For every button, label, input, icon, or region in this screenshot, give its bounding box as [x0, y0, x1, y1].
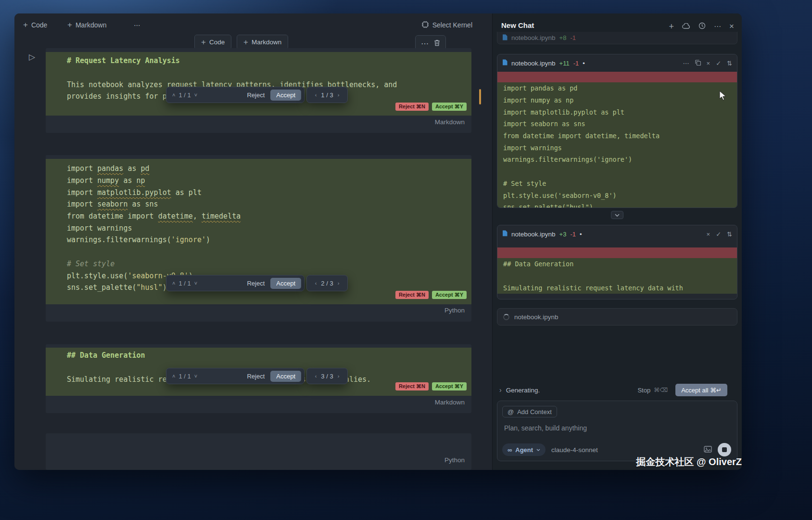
code-line: from datetime import datetime, timedelta [46, 210, 471, 222]
insert-code-label: Code [209, 39, 225, 46]
cell-source: import pandas as pdimport numpy as npimp… [46, 159, 471, 294]
accept-button[interactable]: Accept [270, 371, 301, 382]
nav-prev-icon[interactable]: ‹ [315, 92, 317, 98]
reject-shortcut-badge[interactable]: Reject ⌘N [395, 291, 429, 299]
close-icon[interactable]: × [707, 60, 710, 67]
notebook-cell-code[interactable]: import pandas as pdimport numpy as npimp… [46, 155, 471, 322]
diff-toolbar-main: ˄1 / 1˅RejectAccept [166, 368, 304, 384]
check-icon[interactable]: ✓ [716, 60, 721, 67]
diff-scroll-marker[interactable] [479, 89, 481, 104]
code-line [46, 67, 471, 79]
agent-mode-label: Agent [515, 446, 533, 454]
chat-header-icons: + ⋯ × [669, 22, 734, 31]
cell-more-button[interactable]: ⋯ [421, 39, 429, 48]
diff-rows: import pandas as pdimport numpy as npimp… [497, 72, 737, 208]
code-line: import matplotlib.pyplot as plt [46, 186, 471, 198]
model-selector[interactable]: claude-4-sonnet [551, 446, 598, 454]
diff-added-line: import warnings [497, 142, 737, 154]
stop-button[interactable]: Stop ⌘⌫ [637, 387, 668, 394]
nav-prev-icon[interactable]: ‹ [315, 373, 317, 379]
diff-nav-value: 2 / 3 [321, 280, 333, 287]
nav-next-icon[interactable]: › [338, 280, 340, 286]
copy-icon[interactable] [695, 60, 701, 67]
chevron-down-icon[interactable]: ˅ [194, 92, 197, 98]
accept-all-button[interactable]: Accept all ⌘↵ [675, 384, 727, 396]
code-line: import warnings [46, 222, 471, 234]
card-header-icons: ×✓⇅ [707, 231, 732, 238]
file-diff-card-header: notebook.ipynb+3-1•×✓⇅ [497, 225, 737, 243]
run-cell-button[interactable]: ▷ [29, 52, 35, 62]
notebook-toolbar: + Code + Markdown ⋯ Select Kernel [14, 18, 492, 32]
chevron-down-icon[interactable]: ˅ [194, 373, 197, 379]
nav-next-icon[interactable]: › [338, 373, 340, 379]
chevron-down-icon[interactable]: ˅ [194, 280, 197, 286]
agent-mode-selector[interactable]: ∞ Agent [502, 443, 546, 456]
accept-shortcut-badge[interactable]: Accept ⌘Y [432, 382, 467, 390]
diff-added-line: # Set style [497, 178, 737, 190]
nav-prev-icon[interactable]: ‹ [315, 280, 317, 286]
stop-generation-button[interactable] [718, 443, 731, 456]
watermark: 掘金技术社区 @ OliverZ [636, 455, 742, 468]
expand-diff-button[interactable] [611, 211, 623, 219]
history-icon[interactable] [698, 22, 706, 31]
accept-shortcut-badge[interactable]: Accept ⌘Y [432, 103, 467, 111]
insert-markdown-button[interactable]: + Markdown [237, 35, 288, 50]
code-line: ## Data Generation [46, 350, 471, 362]
desktop: + Code + Markdown ⋯ Select Kernel [0, 0, 812, 520]
removed-count: -1 [573, 60, 579, 67]
file-loading-card[interactable]: notebook.ipynb [497, 308, 737, 325]
select-kernel-button[interactable]: Select Kernel [421, 18, 472, 32]
added-count: +8 [559, 34, 567, 41]
new-chat-icon[interactable]: + [669, 23, 674, 30]
file-diff-card-header: notebook.ipynb+11-1•⋯×✓⇅ [497, 54, 737, 72]
chevron-right-icon[interactable]: › [499, 386, 502, 394]
chat-composer[interactable]: @ Add Context Plan, search, build anythi… [497, 401, 737, 461]
stop-label: Stop [637, 387, 650, 394]
diff-added-line: plt.style.use('seaborn-v0_8') [497, 189, 737, 201]
chat-more-icon[interactable]: ⋯ [714, 22, 721, 31]
reject-shortcut-badge[interactable]: Reject ⌘N [395, 382, 429, 390]
expand-icon[interactable]: ⇅ [727, 60, 732, 67]
accept-button[interactable]: Accept [270, 278, 301, 289]
added-count: +3 [559, 231, 567, 238]
file-diff-card-partial[interactable]: notebook.ipynb +8 -1 [497, 32, 737, 44]
more-icon[interactable]: ⋯ [683, 60, 689, 67]
diff-added-line: Simulating realistic request latency dat… [497, 282, 737, 294]
infinity-icon: ∞ [508, 446, 512, 454]
nav-next-icon[interactable]: › [338, 92, 340, 98]
more-icon: ⋯ [134, 21, 140, 29]
image-attach-button[interactable] [704, 446, 712, 455]
file-icon [502, 59, 508, 67]
dirty-dot-icon: • [583, 60, 585, 67]
accept-button[interactable]: Accept [270, 90, 301, 101]
trash-icon[interactable] [434, 39, 440, 48]
chevron-down-icon [536, 449, 540, 451]
chevron-up-icon[interactable]: ˄ [172, 280, 175, 286]
reject-button[interactable]: Reject [247, 280, 265, 287]
check-icon[interactable]: ✓ [716, 231, 721, 238]
notebook-cell-code[interactable]: Python [46, 433, 471, 470]
diff-badge-row: Reject ⌘NAccept ⌘Y [395, 291, 467, 299]
chat-close-icon[interactable]: × [729, 22, 734, 31]
diff-nav-value: 3 / 3 [321, 373, 333, 380]
add-code-button[interactable]: + Code [23, 18, 47, 32]
file-diff-card[interactable]: notebook.ipynb+3-1•×✓⇅## Data Generation… [497, 225, 737, 299]
reject-button[interactable]: Reject [247, 373, 265, 380]
add-markdown-button[interactable]: + Markdown [67, 18, 107, 32]
insert-code-button[interactable]: + Code [194, 35, 231, 50]
notebook-pane: + Code + Markdown ⋯ Select Kernel [14, 13, 492, 470]
file-diff-card[interactable]: notebook.ipynb+11-1•⋯×✓⇅import pandas as… [497, 54, 737, 208]
chevron-up-icon[interactable]: ˄ [172, 373, 175, 379]
reject-button[interactable]: Reject [247, 91, 265, 99]
reject-shortcut-badge[interactable]: Reject ⌘N [395, 103, 429, 111]
cloud-icon[interactable] [682, 22, 690, 31]
close-icon[interactable]: × [707, 231, 710, 238]
expand-icon[interactable]: ⇅ [727, 231, 732, 238]
toolbar-more-button[interactable]: ⋯ [134, 18, 140, 32]
add-context-label: Add Context [517, 408, 552, 416]
accept-shortcut-badge[interactable]: Accept ⌘Y [432, 291, 467, 299]
chevron-up-icon[interactable]: ˄ [172, 92, 175, 98]
code-line: # Request Latency Analysis [46, 55, 471, 67]
at-icon: @ [508, 408, 514, 416]
add-context-chip[interactable]: @ Add Context [502, 406, 557, 417]
